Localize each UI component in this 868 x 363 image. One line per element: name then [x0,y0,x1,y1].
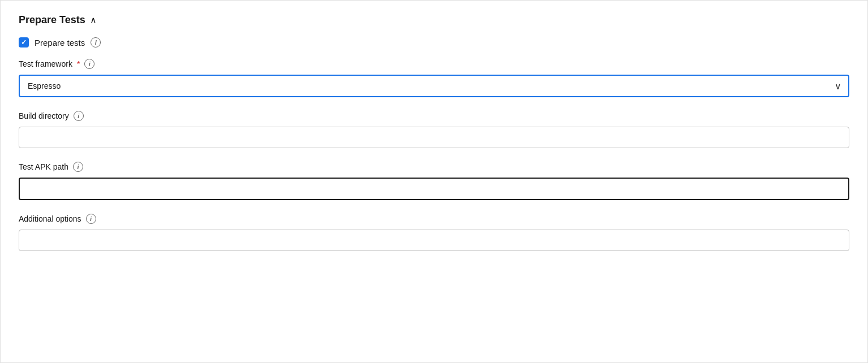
test-apk-path-label-row: Test APK path i [19,162,849,172]
section-header: Prepare Tests ∧ [19,14,849,26]
prepare-tests-checkbox[interactable]: ✓ [19,37,29,47]
section-title: Prepare Tests [19,14,85,26]
build-directory-label: Build directory [19,111,69,120]
test-framework-label: Test framework [19,59,72,68]
prepare-tests-info-icon[interactable]: i [91,37,101,47]
build-directory-group: Build directory i [19,111,849,148]
additional-options-info-icon[interactable]: i [86,214,96,224]
additional-options-label-row: Additional options i [19,214,849,224]
prepare-tests-label: Prepare tests [35,38,85,47]
test-framework-info-icon[interactable]: i [84,59,94,69]
prepare-tests-row: ✓ Prepare tests i [19,37,849,47]
additional-options-label: Additional options [19,214,81,223]
build-directory-input[interactable] [19,127,849,148]
build-directory-info-icon[interactable]: i [74,111,84,121]
build-directory-label-row: Build directory i [19,111,849,121]
chevron-up-icon[interactable]: ∧ [90,15,97,25]
test-framework-group: Test framework * i Espresso XCTest Robo … [19,59,849,97]
test-apk-path-info-icon[interactable]: i [73,162,83,172]
test-framework-label-row: Test framework * i [19,59,849,69]
test-apk-path-label: Test APK path [19,162,68,171]
test-apk-path-group: Test APK path i [19,162,849,200]
required-star: * [77,59,80,68]
test-apk-path-input[interactable] [19,178,849,200]
page-container: Prepare Tests ∧ ✓ Prepare tests i Test f… [0,0,868,363]
test-framework-select-wrapper: Espresso XCTest Robo ∨ [19,75,849,97]
test-framework-select[interactable]: Espresso XCTest Robo [19,75,849,97]
checkmark-icon: ✓ [21,38,27,46]
additional-options-input[interactable] [19,230,849,251]
additional-options-group: Additional options i [19,214,849,251]
